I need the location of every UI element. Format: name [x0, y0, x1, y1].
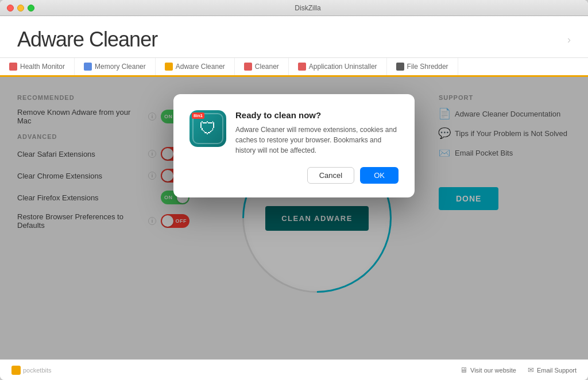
uninstaller-tab-icon: [298, 63, 306, 71]
email-support-text: Email Support: [537, 367, 577, 374]
close-button[interactable]: [7, 5, 14, 11]
tab-cleaner-label: Cleaner: [255, 63, 279, 71]
dialog-content: Ready to clean now? Adware Cleaner will …: [235, 110, 399, 184]
email-support-link[interactable]: ✉ Email Support: [528, 366, 577, 374]
tab-memory[interactable]: Memory Cleaner: [75, 58, 156, 75]
logo-text: pocketbits: [23, 367, 52, 374]
app-badge: 8in1: [192, 113, 204, 119]
window-title: DiskZilla: [34, 4, 581, 12]
tab-adware[interactable]: Adware Cleaner: [156, 58, 235, 75]
bottom-links: 🖥 Visit our website ✉ Email Support: [460, 366, 577, 374]
traffic-lights: [7, 5, 34, 11]
website-link[interactable]: 🖥 Visit our website: [460, 366, 516, 374]
app-header: Adware Cleaner ›: [0, 16, 588, 58]
dialog-overlay: 8in1 🛡 Ready to clean now? Adware Cleane…: [0, 77, 588, 359]
bottom-bar: pocketbits 🖥 Visit our website ✉ Email S…: [0, 359, 588, 380]
tab-adware-label: Adware Cleaner: [176, 63, 225, 71]
health-icon: [9, 63, 17, 71]
tab-cleaner[interactable]: Cleaner: [235, 58, 289, 75]
dialog-title: Ready to clean now?: [235, 110, 399, 120]
shield-icon: 🛡: [199, 119, 216, 138]
shredder-icon: [396, 63, 404, 71]
ok-button[interactable]: OK: [360, 167, 399, 184]
dialog-body: Adware Cleaner will remove extensions, c…: [235, 125, 399, 156]
bottom-logo: pocketbits: [11, 366, 52, 375]
app-window: DiskZilla Adware Cleaner › Health Monito…: [0, 0, 588, 380]
confirmation-dialog: 8in1 🛡 Ready to clean now? Adware Cleane…: [173, 94, 415, 197]
tab-health[interactable]: Health Monitor: [0, 58, 75, 75]
tab-memory-label: Memory Cleaner: [95, 63, 146, 71]
tab-shredder-label: File Shredder: [407, 63, 448, 71]
cleaner-icon: [244, 63, 252, 71]
header-arrow[interactable]: ›: [567, 34, 571, 46]
memory-icon: [84, 63, 92, 71]
app-title: Adware Cleaner: [17, 28, 157, 52]
monitor-icon: 🖥: [460, 366, 467, 374]
minimize-button[interactable]: [17, 5, 24, 11]
pocketbits-logo-icon: [11, 366, 21, 375]
tab-uninstaller[interactable]: Application Uninstaller: [289, 58, 387, 75]
dialog-app-icon: 8in1 🛡: [189, 110, 226, 147]
dialog-buttons: Cancel OK: [235, 167, 399, 184]
tab-bar: Health Monitor Memory Cleaner Adware Cle…: [0, 58, 588, 77]
adware-tab-icon: [165, 63, 173, 71]
tab-shredder[interactable]: File Shredder: [387, 58, 458, 75]
email-support-icon: ✉: [528, 366, 534, 374]
tab-health-label: Health Monitor: [20, 63, 65, 71]
tab-uninstaller-label: Application Uninstaller: [309, 63, 377, 71]
website-link-text: Visit our website: [470, 367, 516, 374]
main-content: RECOMMENDED Remove Known Adware from you…: [0, 77, 588, 359]
titlebar: DiskZilla: [0, 0, 588, 16]
maximize-button[interactable]: [28, 5, 34, 11]
cancel-button[interactable]: Cancel: [307, 167, 354, 184]
